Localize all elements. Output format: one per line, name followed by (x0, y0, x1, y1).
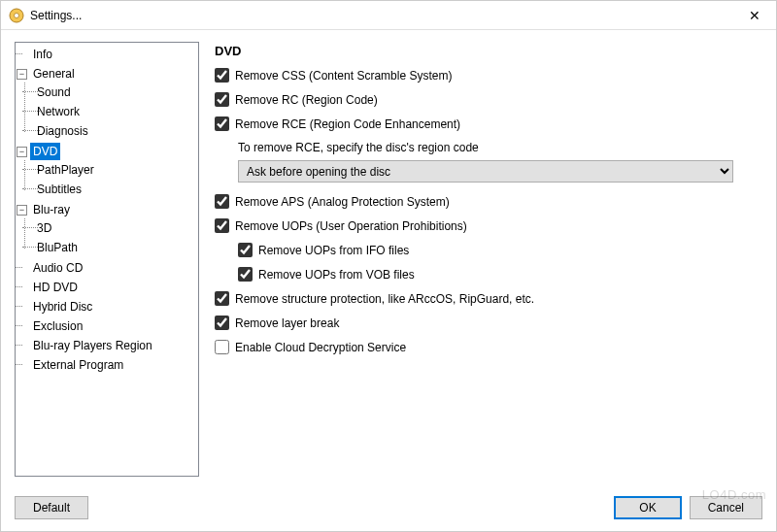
expander-bluray[interactable]: − (17, 205, 27, 216)
label-remove-uops[interactable]: Remove UOPs (User Operation Prohibitions… (235, 219, 467, 233)
rce-region-select[interactable]: Ask before opening the disc (238, 160, 733, 183)
tree-bluray[interactable]: Blu-ray (30, 201, 73, 218)
expander-general[interactable]: − (17, 69, 27, 80)
footer: Default OK Cancel (1, 484, 776, 531)
cancel-button[interactable]: Cancel (690, 496, 762, 519)
tree-blupath[interactable]: BluPath (34, 239, 81, 256)
tree-exclusion[interactable]: Exclusion (30, 317, 85, 335)
label-remove-uops-vob[interactable]: Remove UOPs from VOB files (258, 268, 415, 282)
label-remove-struct[interactable]: Remove structure protection, like ARccOS… (235, 292, 534, 306)
label-remove-layer[interactable]: Remove layer break (235, 316, 339, 330)
tree-players-region[interactable]: Blu-ray Players Region (30, 337, 155, 354)
checkbox-remove-css[interactable] (215, 68, 229, 83)
rce-note: To remove RCE, specify the disc's region… (238, 141, 759, 154)
ok-button[interactable]: OK (614, 496, 681, 519)
tree-pathplayer[interactable]: PathPlayer (34, 161, 97, 179)
checkbox-remove-rc[interactable] (215, 92, 229, 107)
label-remove-uops-ifo[interactable]: Remove UOPs from IFO files (258, 244, 409, 257)
checkbox-remove-aps[interactable] (215, 194, 229, 209)
content-area: Info −General Sound Network Diagnosis −D… (1, 30, 776, 484)
checkbox-remove-uops[interactable] (215, 218, 229, 233)
default-button[interactable]: Default (15, 496, 88, 519)
expander-dvd[interactable]: − (17, 147, 27, 157)
checkbox-remove-rce[interactable] (215, 116, 229, 131)
tree-audiocd[interactable]: Audio CD (30, 259, 85, 277)
tree-network[interactable]: Network (34, 103, 83, 120)
window-title: Settings... (30, 9, 82, 22)
app-icon (9, 8, 24, 23)
tree-sound[interactable]: Sound (34, 83, 74, 101)
svg-point-1 (15, 13, 19, 17)
tree-external[interactable]: External Program (30, 356, 126, 374)
checkbox-enable-cloud[interactable] (215, 340, 229, 354)
settings-panel: DVD Remove CSS (Content Scramble System)… (211, 42, 762, 477)
settings-tree[interactable]: Info −General Sound Network Diagnosis −D… (15, 42, 199, 477)
tree-hybrid[interactable]: Hybrid Disc (30, 298, 95, 316)
checkbox-remove-struct[interactable] (215, 291, 229, 306)
tree-subtitles[interactable]: Subtitles (34, 181, 84, 198)
label-remove-aps[interactable]: Remove APS (Analog Protection System) (235, 195, 450, 209)
label-remove-rc[interactable]: Remove RC (Region Code) (235, 93, 378, 107)
close-button[interactable]: ✕ (732, 1, 776, 30)
label-enable-cloud[interactable]: Enable Cloud Decryption Service (235, 341, 406, 354)
tree-diagnosis[interactable]: Diagnosis (34, 122, 91, 140)
tree-dvd[interactable]: DVD (30, 143, 60, 160)
checkbox-remove-uops-vob[interactable] (238, 267, 253, 282)
titlebar: Settings... ✕ (1, 1, 776, 30)
checkbox-remove-uops-ifo[interactable] (238, 243, 253, 257)
tree-info[interactable]: Info (30, 46, 55, 63)
label-remove-rce[interactable]: Remove RCE (Region Code Enhancement) (235, 117, 460, 131)
tree-hddvd[interactable]: HD DVD (30, 279, 81, 296)
close-icon: ✕ (749, 8, 760, 23)
panel-heading: DVD (215, 44, 759, 58)
checkbox-remove-layer[interactable] (215, 316, 229, 330)
tree-general[interactable]: General (30, 65, 78, 83)
label-remove-css[interactable]: Remove CSS (Content Scramble System) (235, 69, 452, 83)
